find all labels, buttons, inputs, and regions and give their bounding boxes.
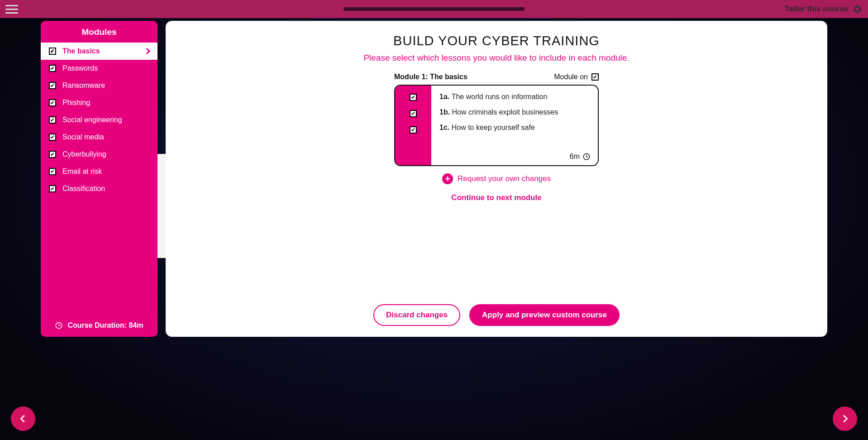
module-list: The basicsPasswordsRansomwarePhishingSoc… bbox=[41, 43, 157, 314]
hamburger-menu-icon[interactable] bbox=[5, 3, 18, 15]
plus-icon: + bbox=[442, 173, 453, 184]
sidebar-footer: Course Duration: 84m bbox=[41, 314, 157, 337]
module-checkbox[interactable] bbox=[49, 99, 56, 106]
modules-sidebar: Modules The basicsPasswordsRansomwarePhi… bbox=[41, 21, 157, 337]
module-block: Module 1: The basics Module on 1a. The w… bbox=[394, 73, 599, 202]
clock-icon bbox=[582, 153, 591, 161]
module-label: Social media bbox=[62, 133, 104, 141]
page-subtitle: Please select which lessons you would li… bbox=[184, 53, 809, 63]
module-checkbox[interactable] bbox=[49, 134, 56, 141]
chevron-right-icon bbox=[144, 48, 150, 54]
svg-line-5 bbox=[587, 157, 588, 158]
module-label: Social engineering bbox=[62, 116, 122, 124]
clock-icon bbox=[55, 321, 63, 330]
lesson-row: 1b. How criminals exploit businesses bbox=[439, 108, 590, 116]
module-on-toggle[interactable]: Module on bbox=[554, 73, 599, 81]
module-checkbox[interactable] bbox=[49, 82, 56, 89]
sidebar-title: Modules bbox=[41, 21, 157, 43]
module-checkbox[interactable] bbox=[49, 48, 56, 55]
module-on-checkbox[interactable] bbox=[591, 73, 599, 81]
module-checkbox[interactable] bbox=[49, 168, 56, 175]
module-label: Module 1: The basics bbox=[394, 73, 467, 81]
svg-line-2 bbox=[59, 325, 60, 326]
lesson-code: 1b. bbox=[439, 108, 452, 116]
module-label: Phishing bbox=[62, 99, 90, 107]
module-checkbox[interactable] bbox=[49, 116, 56, 124]
sidebar-item-email-at-risk[interactable]: Email at risk bbox=[41, 163, 157, 180]
lesson-title: How criminals exploit businesses bbox=[452, 108, 558, 116]
lesson-checkbox[interactable] bbox=[410, 110, 417, 117]
request-changes-label: Request your own changes bbox=[458, 174, 551, 183]
continue-next-module-button[interactable]: Continue to next module bbox=[394, 193, 599, 202]
discard-changes-button[interactable]: Discard changes bbox=[373, 304, 460, 326]
stage: ove d t ail d i Modules The basicsPasswo… bbox=[0, 18, 868, 440]
module-label: Cyberbullying bbox=[62, 150, 106, 158]
lesson-code: 1a. bbox=[439, 93, 452, 100]
page-title: BUILD YOUR CYBER TRAINING bbox=[184, 33, 809, 48]
progress-bar bbox=[343, 7, 525, 11]
module-checkbox[interactable] bbox=[49, 185, 56, 192]
sidebar-item-classification[interactable]: Classification bbox=[41, 180, 157, 197]
lesson-title: How to keep yourself safe bbox=[452, 124, 535, 131]
lesson-card: 1a. The world runs on information1b. How… bbox=[394, 85, 599, 166]
module-on-label: Module on bbox=[554, 73, 588, 81]
lesson-body: 1a. The world runs on information1b. How… bbox=[431, 86, 598, 165]
main-panel: BUILD YOUR CYBER TRAINING Please select … bbox=[166, 21, 827, 337]
sidebar-item-passwords[interactable]: Passwords bbox=[41, 60, 157, 77]
module-checkbox[interactable] bbox=[49, 65, 56, 72]
lesson-row: 1c. How to keep yourself safe bbox=[439, 124, 590, 132]
sidebar-item-phishing[interactable]: Phishing bbox=[41, 94, 157, 111]
chevron-left-icon bbox=[18, 414, 28, 424]
lesson-row: 1a. The world runs on information bbox=[439, 93, 590, 101]
tailor-course-button[interactable]: Tailor this course bbox=[785, 4, 863, 14]
sidebar-item-the-basics[interactable]: The basics bbox=[41, 43, 157, 60]
module-checkbox[interactable] bbox=[49, 151, 56, 158]
lesson-checkbox[interactable] bbox=[410, 126, 417, 134]
lesson-title: The world runs on information bbox=[452, 93, 548, 100]
module-header: Module 1: The basics Module on bbox=[394, 73, 599, 81]
sidebar-item-social-engineering[interactable]: Social engineering bbox=[41, 111, 157, 129]
tailor-course-label: Tailor this course bbox=[785, 5, 848, 14]
lesson-checkbox[interactable] bbox=[410, 94, 417, 101]
apply-preview-button[interactable]: Apply and preview custom course bbox=[469, 304, 620, 326]
top-bar: Tailor this course bbox=[0, 0, 868, 18]
next-button[interactable] bbox=[833, 407, 857, 431]
duration-value: 6m bbox=[570, 153, 580, 161]
course-duration-label: Course Duration: 84m bbox=[67, 321, 143, 330]
prev-button[interactable] bbox=[11, 407, 35, 431]
module-label: Passwords bbox=[62, 64, 98, 72]
request-changes-button[interactable]: + Request your own changes bbox=[394, 173, 599, 184]
lesson-code: 1c. bbox=[439, 124, 452, 131]
action-row: Discard changes Apply and preview custom… bbox=[184, 304, 809, 326]
module-label: Email at risk bbox=[62, 167, 102, 176]
module-label: Ransomware bbox=[62, 81, 105, 90]
sidebar-item-social-media[interactable]: Social media bbox=[41, 129, 157, 146]
module-label: The basics bbox=[62, 47, 100, 55]
module-label: Classification bbox=[62, 185, 105, 193]
module-duration: 6m bbox=[570, 153, 591, 161]
chevron-right-icon bbox=[840, 414, 850, 424]
sidebar-item-ransomware[interactable]: Ransomware bbox=[41, 77, 157, 94]
gear-icon bbox=[853, 4, 863, 14]
sidebar-item-cyberbullying[interactable]: Cyberbullying bbox=[41, 146, 157, 163]
lesson-checkbox-strip bbox=[395, 86, 431, 165]
